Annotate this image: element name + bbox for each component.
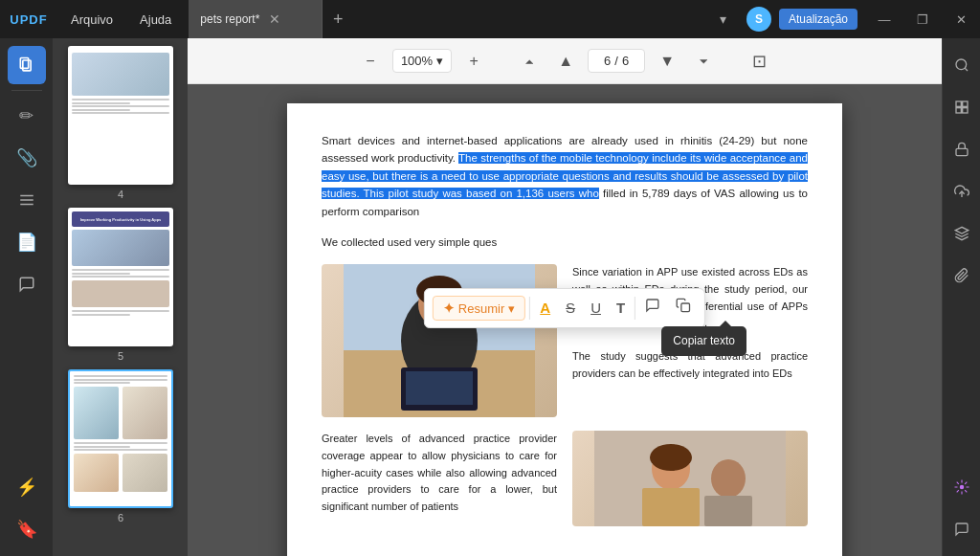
right-icon-clip[interactable] [943,256,981,295]
menu-ajuda[interactable]: Ajuda [126,0,185,38]
svg-rect-0 [20,58,28,69]
thumb-5-img2 [72,280,169,307]
right-icon-search[interactable] [943,46,981,84]
svg-point-19 [956,59,967,70]
sidebar-divider-1 [11,90,42,91]
right-icon-layers[interactable] [943,214,981,253]
fit-page-button[interactable]: ⊡ [745,47,773,76]
thumb-line [72,310,169,312]
para2-text1: We collected [322,236,385,248]
highlight-icon[interactable]: A [534,293,556,323]
thumb-6-lines [74,375,167,384]
bottom-left-para: Greater levels of advanced practice prov… [322,431,557,515]
thumbnail-page-5[interactable]: Improve Working Productivity in Using Ap… [57,208,184,362]
underline-icon[interactable]: U [585,293,607,323]
floating-toolbar: ✦ Resumir ▾ A S U T [424,288,705,328]
thumb-4-content [68,46,173,185]
zoom-in-button[interactable]: + [459,47,488,76]
sidebar-icon-doc[interactable]: 📄 [8,223,46,261]
sidebar-icon-pages[interactable] [8,46,46,84]
thumb-5-lines2 [72,310,169,316]
thumbnail-page-6[interactable]: 6 [57,369,184,523]
titlebar-tabs: pets report* ✕ + [189,0,448,38]
right-icon-chat[interactable] [943,510,981,548]
thumb-line [72,314,130,316]
zoom-out-button[interactable]: − [356,47,385,76]
zoom-dropdown-icon[interactable]: ▾ [436,54,443,68]
text-icon[interactable]: T [611,293,631,323]
svg-rect-16 [642,488,700,526]
svg-rect-22 [962,101,967,106]
thumb-line [74,382,130,384]
thumb-line [74,375,167,377]
svg-rect-21 [956,101,961,106]
tab-close-icon[interactable]: ✕ [267,10,282,29]
sidebar-icon-bookmark[interactable]: 🔖 [8,510,46,548]
sidebar-bottom: ⚡ 🔖 [8,468,46,548]
thumb-line [72,109,130,111]
toolbar-divider-2 [635,297,635,320]
paragraph-2: We collected used very simple ques [322,234,808,251]
nav-top-button[interactable]: ⏶ [515,47,544,76]
close-button[interactable]: ✕ [942,0,980,38]
thumb-line [74,379,167,381]
copy-icon[interactable] [670,293,697,323]
thumb-6-lines2 [74,442,167,451]
thumb-4-img [72,53,169,96]
tab-add-button[interactable]: + [323,4,353,34]
thumb-line [72,102,130,104]
nav-down-button[interactable]: ▼ [653,47,681,76]
right-icon-lock[interactable] [943,130,981,168]
thumb-line [74,446,130,448]
right-icon-ocr[interactable] [943,88,981,126]
right-icon-upload[interactable] [943,172,981,211]
right-sidebar [942,38,980,556]
sidebar-icon-list[interactable] [8,181,46,219]
user-avatar: S [746,7,771,32]
thumb-page-number-5: 5 [118,350,123,362]
thumb-line [72,105,169,107]
active-tab[interactable]: pets report* ✕ [189,0,323,38]
resumir-dropdown-icon[interactable]: ▾ [508,301,515,316]
comment-icon[interactable] [639,293,666,323]
nav-up-button[interactable]: ▲ [551,47,580,76]
svg-rect-12 [406,371,473,405]
sidebar-icon-comment[interactable] [8,265,46,303]
page-current[interactable]: 6 [604,54,611,68]
svg-marker-27 [955,227,968,234]
resumir-button[interactable]: ✦ Resumir ▾ [433,296,525,321]
thumb-6[interactable] [68,369,173,508]
sidebar-icon-lightning[interactable]: ⚡ [8,468,46,506]
bottom-left-text: Greater levels of advanced practice prov… [322,431,557,526]
minimize-button[interactable]: — [865,0,903,38]
user-section: S Atualização [739,7,865,32]
nav-bottom-button[interactable]: ⏷ [689,47,718,76]
document-content: Smart devices and internet-based applica… [188,84,942,556]
thumb-line [72,269,169,271]
thumb-4[interactable] [68,46,173,185]
update-button[interactable]: Atualização [779,9,858,30]
resumir-icon: ✦ [443,300,455,316]
sidebar-icon-attach[interactable]: 📎 [8,139,46,177]
thumbnail-panel: 4 Improve Working Productivity in Using … [54,38,188,556]
right-icon-ai[interactable] [943,468,981,506]
logo-text: UPDF [10,12,47,27]
thumb-5-content: Improve Working Productivity in Using Ap… [68,208,173,346]
document-area: − 100% ▾ + ⏶ ▲ 6 / 6 ▼ ⏷ ⊡ Sma [188,38,942,556]
menu-arquivo[interactable]: Arquivo [57,0,126,38]
tabs-dropdown-icon[interactable]: ▾ [708,4,739,34]
thumb-page-number-4: 4 [118,189,123,200]
thumb-line [72,276,169,278]
strikethrough-icon[interactable]: S [560,293,581,323]
toolbar-divider-1 [529,297,530,320]
svg-rect-24 [962,108,967,113]
sidebar-icon-edit[interactable]: ✏ [8,97,46,135]
svg-rect-1 [22,60,30,71]
left-sidebar: ✏ 📎 📄 ⚡ 🔖 [0,38,54,556]
thumbnail-page-4[interactable]: 4 [57,46,184,200]
thumb-5-lines [72,269,169,278]
copy-tooltip: Copiar texto [661,326,746,356]
maximize-button[interactable]: ❐ [903,0,942,38]
thumb-5[interactable]: Improve Working Productivity in Using Ap… [68,208,173,346]
window-controls: — ❐ ✕ [865,0,980,38]
